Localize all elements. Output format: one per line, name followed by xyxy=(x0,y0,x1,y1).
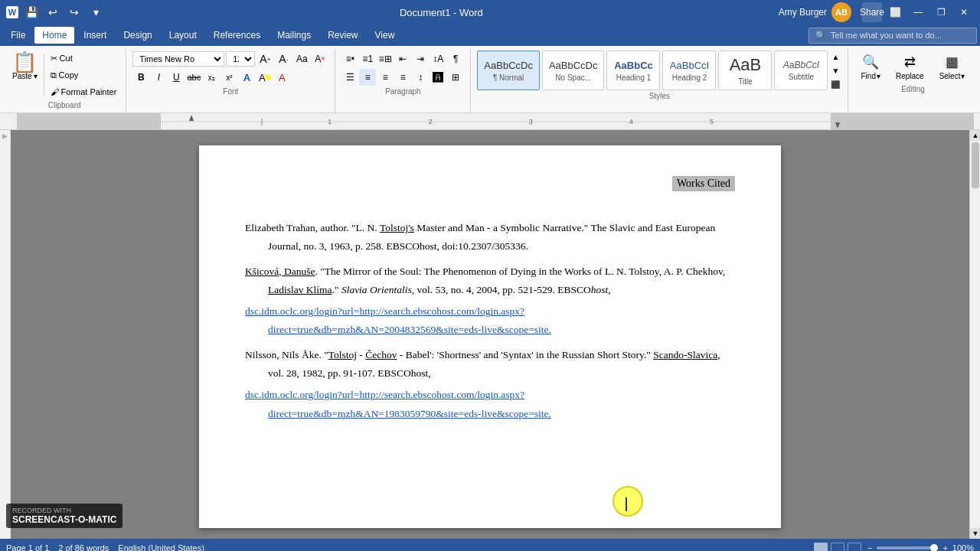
menu-design[interactable]: Design xyxy=(116,27,159,44)
menu-review[interactable]: Review xyxy=(320,27,365,44)
decrease-font-button[interactable]: A- xyxy=(275,51,292,67)
left-margin-bar: ◀ xyxy=(0,130,11,539)
tell-me-search[interactable]: 🔍 Tell me what you want to do... xyxy=(808,28,977,44)
scroll-up-button[interactable]: ▲ xyxy=(970,130,980,141)
strikethrough-button[interactable]: abc xyxy=(185,69,202,86)
menu-references[interactable]: References xyxy=(206,27,268,44)
copy-icon: ⧉ xyxy=(51,70,57,80)
document-page: Works Cited Elizabeth Trahan, author. "L… xyxy=(199,145,781,528)
copy-button[interactable]: ⧉ Copy xyxy=(47,67,120,83)
style-heading2[interactable]: AaBbCcI Heading 2 xyxy=(662,51,716,90)
select-icon: ▦ xyxy=(946,54,959,70)
text-effects-button[interactable]: A xyxy=(238,69,255,86)
zoom-thumb[interactable] xyxy=(930,544,938,551)
right-indent-marker[interactable] xyxy=(835,122,840,129)
increase-font-button[interactable]: A+ xyxy=(256,51,273,67)
change-case-button[interactable]: Aa xyxy=(293,51,310,67)
style-subtitle[interactable]: AaBbCcI Subtitle xyxy=(774,51,828,90)
borders-button[interactable]: ⊞ xyxy=(447,69,464,86)
justify-button[interactable]: ≡ xyxy=(394,69,411,86)
numbering-button[interactable]: ≡1 xyxy=(359,51,376,67)
multilevel-list-button[interactable]: ≡⊞ xyxy=(377,51,394,67)
menu-insert[interactable]: Insert xyxy=(76,27,114,44)
paste-label: Paste▾ xyxy=(12,72,38,80)
styles-down-arrow[interactable]: ▼ xyxy=(829,64,841,77)
zoom-out-button[interactable]: − xyxy=(867,543,872,551)
share-button[interactable]: Share xyxy=(862,2,882,22)
print-layout-button[interactable] xyxy=(814,543,828,551)
editing-label: Editing xyxy=(854,85,971,93)
styles-up-arrow[interactable]: ▲ xyxy=(829,51,841,63)
paste-button[interactable]: 📋 Paste▾ xyxy=(9,51,41,99)
user-name[interactable]: Amy Burger xyxy=(779,7,827,18)
align-right-button[interactable]: ≡ xyxy=(377,69,394,86)
scroll-down-button[interactable]: ▼ xyxy=(970,528,980,539)
style-normal[interactable]: AaBbCcDc ¶ Normal xyxy=(477,51,540,90)
vertical-scrollbar[interactable]: ▲ ▼ xyxy=(969,130,980,539)
style-title[interactable]: AaB Title xyxy=(718,51,772,90)
replace-button[interactable]: ⇄ Replace xyxy=(890,51,930,83)
zoom-slider[interactable] xyxy=(877,546,938,549)
avatar[interactable]: AB xyxy=(831,2,851,22)
font-group: Times New Ro 12 A+ A- Aa A✕ B I U abc x₂… xyxy=(126,49,335,112)
minimize-button[interactable]: — xyxy=(908,2,928,22)
show-formatting-button[interactable]: ¶ xyxy=(447,51,464,67)
format-painter-button[interactable]: 🖌 Format Painter xyxy=(47,84,120,99)
styles-more-button[interactable]: ⬛ xyxy=(829,78,841,90)
menu-mailings[interactable]: Mailings xyxy=(270,27,318,44)
close-button[interactable]: ✕ xyxy=(954,2,974,22)
increase-indent-button[interactable]: ⇥ xyxy=(412,51,429,67)
web-layout-button[interactable] xyxy=(831,543,844,551)
clear-formatting-button[interactable]: A✕ xyxy=(312,51,328,67)
paste-icon: 📋 xyxy=(12,52,37,72)
find-button[interactable]: 🔍 Find▾ xyxy=(854,51,886,83)
citation-3: Nilsson, Nils Åke. "Tolstoj - Čechov - B… xyxy=(245,346,735,383)
line-spacing-button[interactable]: ↕ xyxy=(412,69,429,86)
align-center-button[interactable]: ≡ xyxy=(359,69,376,86)
zoom-in-button[interactable]: + xyxy=(942,543,947,551)
redo-button[interactable]: ↪ xyxy=(66,4,83,21)
highlight-color-button[interactable]: A▬ xyxy=(256,69,273,86)
read-mode-button[interactable] xyxy=(848,543,861,551)
italic-button[interactable]: I xyxy=(150,69,167,86)
screencast-watermark: RECORDED WITH SCREENCAST-O-MATIC xyxy=(6,504,122,528)
menu-view[interactable]: View xyxy=(368,27,403,44)
ribbon-display-button[interactable]: ⬜ xyxy=(885,2,905,22)
cut-button[interactable]: ✂ Cut xyxy=(47,51,120,66)
bullets-button[interactable]: ≡• xyxy=(341,51,358,67)
format-painter-icon: 🖌 xyxy=(51,87,59,96)
text-cursor xyxy=(626,497,627,511)
bold-button[interactable]: B xyxy=(132,69,149,86)
scroll-track[interactable] xyxy=(970,141,980,528)
menu-layout[interactable]: Layout xyxy=(162,27,204,44)
word-icon: W xyxy=(6,6,18,18)
menu-file[interactable]: File xyxy=(3,27,33,44)
quick-access-toolbar: W 💾 ↩ ↪ ▾ xyxy=(6,4,104,21)
document-area[interactable]: Works Cited Elizabeth Trahan, author. "L… xyxy=(11,130,969,539)
menu-home[interactable]: Home xyxy=(34,27,74,44)
ruler: | 1 2 3 4 5 xyxy=(0,113,980,130)
font-color-button[interactable]: A xyxy=(273,69,290,86)
scissors-icon: ✂ xyxy=(51,54,57,64)
save-button[interactable]: 💾 xyxy=(23,4,40,21)
cursor-highlight xyxy=(612,486,643,517)
style-heading1[interactable]: AaBbCc Heading 1 xyxy=(606,51,660,90)
sort-button[interactable]: ↕A xyxy=(430,51,446,67)
subscript-button[interactable]: x₂ xyxy=(203,69,220,86)
decrease-indent-button[interactable]: ⇤ xyxy=(394,51,411,67)
superscript-button[interactable]: x² xyxy=(220,69,237,86)
underline-button[interactable]: U xyxy=(168,69,185,86)
language-indicator: English (United States) xyxy=(118,543,204,551)
scroll-thumb[interactable] xyxy=(972,142,979,188)
select-button[interactable]: ▦ Select▾ xyxy=(933,51,972,83)
undo-button[interactable]: ↩ xyxy=(44,4,61,21)
shading-button[interactable]: 🅰 xyxy=(430,69,446,86)
font-size-select[interactable]: 12 xyxy=(226,51,255,67)
font-family-select[interactable]: Times New Ro xyxy=(132,51,224,67)
status-right-area: − + 100% xyxy=(814,543,974,551)
style-no-spacing[interactable]: AaBbCcDc No Spac... xyxy=(542,51,605,90)
align-left-button[interactable]: ☰ xyxy=(341,69,358,86)
restore-button[interactable]: ❐ xyxy=(931,2,951,22)
customize-qat-button[interactable]: ▾ xyxy=(87,4,104,21)
status-bar: Page 1 of 1 2 of 86 words English (Unite… xyxy=(0,539,980,551)
